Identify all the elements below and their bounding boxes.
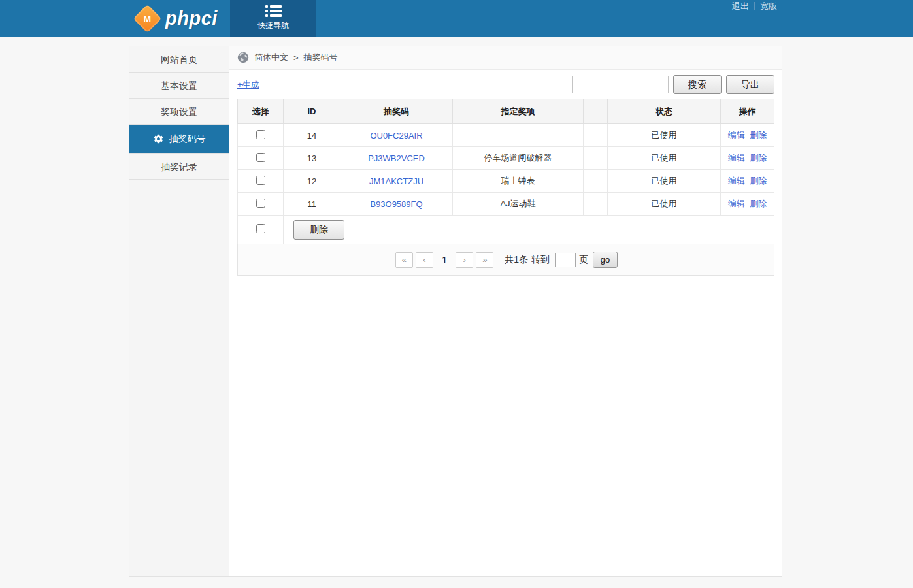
globe-icon: [237, 52, 249, 63]
select-all-checkbox[interactable]: [256, 224, 265, 233]
col-header-prize: 指定奖项: [453, 99, 584, 124]
code-link[interactable]: JM1AKCTZJU: [369, 176, 423, 186]
row-checkbox[interactable]: [256, 153, 265, 162]
col-header-extra: [584, 99, 608, 124]
breadcrumb-separator: >: [293, 53, 299, 63]
page-number-input[interactable]: [555, 253, 576, 267]
delete-link[interactable]: 删除: [750, 153, 767, 163]
row-id: 11: [284, 193, 340, 216]
delete-link[interactable]: 删除: [750, 130, 767, 140]
sidebar-item-basic-settings[interactable]: 基本设置: [129, 73, 229, 99]
sidebar-item-lottery-records[interactable]: 抽奖记录: [129, 154, 229, 180]
code-link[interactable]: OU0FC29AIR: [370, 131, 422, 140]
edit-link[interactable]: 编辑: [728, 153, 745, 163]
row-checkbox[interactable]: [256, 176, 265, 185]
row-status: 已使用: [608, 193, 721, 216]
lottery-codes-table: 选择 ID 抽奖码 指定奖项 状态 操作 14 OU0FC29AIR: [237, 99, 774, 244]
table-zone: 选择 ID 抽奖码 指定奖项 状态 操作 14 OU0FC29AIR: [237, 99, 774, 276]
delete-link[interactable]: 删除: [750, 199, 767, 208]
top-header-bar: M phpci 快捷导航 退出 宽版: [0, 0, 913, 37]
app-logo[interactable]: M phpci: [129, 0, 230, 37]
col-header-actions: 操作: [721, 99, 774, 124]
row-checkbox[interactable]: [256, 130, 265, 139]
list-menu-icon: [265, 5, 282, 17]
col-header-select: 选择: [238, 99, 284, 124]
row-extra: [584, 193, 608, 216]
sidebar-item-label: 抽奖码号: [169, 133, 206, 145]
sidebar-item-lottery-codes[interactable]: 抽奖码号: [129, 125, 229, 154]
generate-link[interactable]: +生成: [237, 79, 259, 91]
row-extra: [584, 170, 608, 193]
delete-link[interactable]: 删除: [750, 176, 767, 186]
row-id: 14: [284, 124, 340, 147]
main-content: 简体中文 > 抽奖码号 +生成 搜索 导出 选择 ID: [229, 46, 782, 576]
row-extra: [584, 147, 608, 170]
row-prize: [453, 124, 584, 147]
logo-diamond-icon: M: [133, 4, 162, 33]
row-prize: 停车场道闸破解器: [453, 147, 584, 170]
row-extra: [584, 124, 608, 147]
toolbar: +生成 搜索 导出: [229, 70, 782, 99]
gear-icon: [153, 133, 164, 144]
col-header-status: 状态: [608, 99, 721, 124]
row-status: 已使用: [608, 170, 721, 193]
pagination-next-button[interactable]: ›: [456, 252, 473, 268]
row-status: 已使用: [608, 147, 721, 170]
row-prize: AJ运动鞋: [453, 193, 584, 216]
table-footer-row: 删除: [238, 216, 774, 244]
pagination-first-button[interactable]: «: [395, 252, 413, 268]
pagination-last-button[interactable]: »: [476, 252, 493, 268]
pagination-current-page: 1: [442, 254, 447, 265]
go-button[interactable]: go: [593, 252, 618, 268]
quick-nav-button[interactable]: 快捷导航: [230, 0, 316, 37]
table-row: 14 OU0FC29AIR 已使用 编辑 删除: [238, 124, 774, 147]
search-input[interactable]: [572, 76, 669, 93]
bulk-delete-button[interactable]: 删除: [293, 220, 344, 240]
breadcrumb-current-page: 抽奖码号: [304, 52, 338, 63]
row-id: 12: [284, 170, 340, 193]
row-id: 13: [284, 147, 340, 170]
code-link[interactable]: B93O9589FQ: [370, 199, 422, 209]
edit-link[interactable]: 编辑: [728, 176, 745, 186]
row-prize: 瑞士钟表: [453, 170, 584, 193]
code-link[interactable]: PJ3WB2VCED: [368, 154, 425, 163]
quick-nav-label: 快捷导航: [257, 20, 289, 31]
col-header-id: ID: [284, 99, 340, 124]
edit-link[interactable]: 编辑: [728, 199, 745, 208]
sidebar-item-home[interactable]: 网站首页: [129, 46, 229, 73]
edit-link[interactable]: 编辑: [728, 130, 745, 140]
search-button[interactable]: 搜索: [673, 75, 722, 94]
logo-mark-letter: M: [144, 13, 152, 24]
page-container: 网站首页 基本设置 奖项设置 抽奖码号 抽奖记录 简体中文 > 抽奖码号 +生成…: [129, 46, 782, 577]
row-status: 已使用: [608, 124, 721, 147]
pagination-page-suffix: 页: [579, 254, 588, 266]
breadcrumb: 简体中文 > 抽奖码号: [229, 46, 782, 70]
export-button[interactable]: 导出: [726, 75, 774, 94]
logo-text: phpci: [165, 8, 218, 29]
table-row: 13 PJ3WB2VCED 停车场道闸破解器 已使用 编辑 删除: [238, 147, 774, 170]
sidebar: 网站首页 基本设置 奖项设置 抽奖码号 抽奖记录: [129, 46, 229, 576]
row-checkbox[interactable]: [256, 199, 265, 208]
wide-version-link[interactable]: 宽版: [755, 1, 782, 12]
sidebar-item-prize-settings[interactable]: 奖项设置: [129, 99, 229, 125]
breadcrumb-lang[interactable]: 简体中文: [254, 52, 288, 63]
pagination: « ‹ 1 › » 共1条 转到 页 go: [237, 244, 774, 276]
logout-link[interactable]: 退出: [727, 1, 754, 12]
search-group: 搜索 导出: [572, 75, 774, 94]
table-header-row: 选择 ID 抽奖码 指定奖项 状态 操作: [238, 99, 774, 124]
pagination-total-text: 共1条: [505, 254, 528, 266]
pagination-goto-text: 转到: [531, 254, 550, 266]
table-row: 11 B93O9589FQ AJ运动鞋 已使用 编辑 删除: [238, 193, 774, 216]
col-header-code: 抽奖码: [340, 99, 453, 124]
header-top-links: 退出 宽版: [727, 1, 782, 12]
table-row: 12 JM1AKCTZJU 瑞士钟表 已使用 编辑 删除: [238, 170, 774, 193]
pagination-prev-button[interactable]: ‹: [416, 252, 433, 268]
